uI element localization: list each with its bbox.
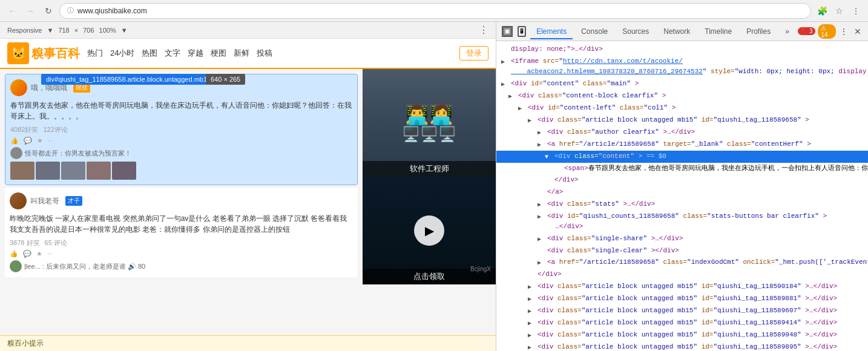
expand-arrow-607: ▶ [528, 307, 535, 317]
back-button[interactable]: ← [5, 4, 19, 18]
html-line-art-184[interactable]: ▶ <div class="article block untagged mb1… [496, 281, 868, 293]
tab-profiles[interactable]: Profiles [740, 25, 777, 39]
viewport-height: 706 [83, 27, 94, 34]
action-like-2[interactable]: 👍 [10, 250, 18, 258]
html-line-art-895[interactable]: ▶ <div class="article block untagged mb1… [496, 341, 868, 351]
tab-console[interactable]: Console [575, 25, 614, 39]
nav-text[interactable]: 文字 [165, 48, 180, 59]
viewport-width: 718 [58, 27, 69, 34]
html-line-art-881[interactable]: ▶ <div class="article block untagged mb1… [496, 293, 868, 305]
address-bar[interactable]: ⓘ www.qiushibaike.com [59, 3, 811, 19]
extensions-button[interactable]: 🧩 [815, 4, 829, 18]
tab-sources[interactable]: Sources [616, 25, 655, 39]
expand-arrow-iframe: ▶ [501, 57, 508, 67]
article-item-1: 哦，哦哦哦 屌丝 春节跟男友去他家，他在他哥哥房间玩电脑，我坐在床边玩手机，有人… [5, 74, 358, 185]
expand-arrow-414: ▶ [528, 319, 535, 329]
html-line-art-607[interactable]: ▶ <div class="article block untagged mb1… [496, 305, 868, 317]
avatar-1 [10, 79, 27, 96]
website-panel: Responsive ▼ 718 × 706 100% ▼ ⋮ 🐱 糗事百科 热… [0, 22, 496, 351]
tab-elements[interactable]: Elements [530, 25, 573, 39]
content-grid: 哦，哦哦哦 屌丝 春节跟男友去他家，他在他哥哥房间玩电脑，我坐在床边玩手机，有人… [0, 69, 496, 351]
nav-24h[interactable]: 24小时 [110, 48, 134, 59]
html-line-art-414[interactable]: ▶ <div class="article block untagged mb1… [496, 317, 868, 329]
expand-arrow-cb: ▶ [508, 92, 516, 102]
bottom-hint-text: 糗百小提示 [7, 339, 44, 347]
devtools-panel: 📱 Elements Console Sources Network Timel… [496, 22, 868, 351]
html-line-stats[interactable]: ▶ <div class="stats" >…</div> [496, 198, 868, 211]
side-image-1: 👨‍💻👩‍💻 🖥️🖥️🖥️ 软件工程师 [363, 69, 496, 177]
username-2: 叫我老哥 [30, 196, 59, 206]
comments-2: 65 评论 [45, 238, 67, 248]
comment-avatar-1 [10, 147, 22, 159]
action-share-1[interactable]: ★ [37, 137, 43, 145]
inspect-element-button[interactable] [501, 25, 513, 38]
html-line-article-main[interactable]: ▶ <div class="article block untagged mb1… [496, 114, 868, 126]
mini-images-1 [10, 162, 352, 180]
devtools-close-button[interactable]: ✕ [852, 25, 863, 38]
bookmark-button[interactable]: ☆ [832, 4, 846, 18]
action-comment-2[interactable]: 💬 [23, 250, 31, 258]
html-line-close-article: </div> [496, 269, 868, 281]
nav-trending[interactable]: 热图 [142, 48, 157, 59]
menu-button[interactable]: ⋮ [849, 4, 863, 18]
html-line-content-div[interactable]: ▶ <div id="content" class="main" > [496, 78, 868, 90]
html-line-god-cmt[interactable]: ▶ <a href="/article/118589658" class="in… [496, 257, 868, 269]
devtools-html-tree[interactable]: display: none;">…</div> ▶ <iframe src="h… [496, 41, 868, 351]
action-like-1[interactable]: 👍 [10, 137, 19, 145]
html-line-single-clear: <div class="single-clear" ></div> [496, 245, 868, 257]
html-line-iframe[interactable]: ▶ <iframe src="http://cdn.tanx.com/t/aco… [496, 56, 868, 78]
logo-icon: 🐱 [7, 42, 29, 64]
reload-button[interactable]: ↻ [41, 4, 56, 18]
side-panel: 👨‍💻👩‍💻 🖥️🖥️🖥️ 软件工程师 ▶ 点击领取 BcjingX [363, 69, 496, 351]
nav-fresh[interactable]: 新鲜 [234, 48, 249, 59]
html-line-content-block[interactable]: ▶ <div class="content-block clearfix" > [496, 90, 868, 102]
x-separator: × [74, 27, 78, 34]
html-line-art-948[interactable]: ▶ <div class="article block untagged mb1… [496, 329, 868, 341]
forward-button[interactable]: → [23, 4, 38, 18]
tab-more[interactable]: » [779, 25, 795, 39]
main-area: Responsive ▼ 718 × 706 100% ▼ ⋮ 🐱 糗事百科 热… [0, 22, 868, 351]
bottom-hint-bar: 糗百小提示 [0, 335, 496, 351]
tab-network[interactable]: Network [657, 25, 696, 39]
devtools-settings-button[interactable]: ⋮ [838, 25, 850, 38]
site-header-right: 登录 [459, 46, 488, 61]
expand-arrow-am: ▶ [528, 116, 535, 126]
nav-travel[interactable]: 穿越 [188, 48, 203, 59]
responsive-more-button[interactable]: ⋮ [479, 24, 488, 36]
mobile-view-button[interactable]: 📱 [516, 25, 528, 38]
login-button[interactable]: 登录 [459, 46, 488, 61]
comment-avatar-2 [10, 260, 22, 272]
nav-hot[interactable]: 热门 [87, 48, 103, 59]
action-more-2[interactable]: ··· [47, 250, 53, 258]
nav-submit[interactable]: 投稿 [257, 48, 272, 59]
expand-arrow-881: ▶ [528, 295, 535, 304]
nav-meme[interactable]: 梗图 [211, 48, 226, 59]
zoom-level: 100% [99, 27, 116, 34]
action-comment-1[interactable]: 💬 [24, 137, 32, 145]
browser-toolbar-right: 🧩 ☆ ⋮ [815, 4, 863, 18]
html-line-href[interactable]: ▶ <a href="/article/118589658" target="_… [496, 139, 868, 151]
html-line-single-share[interactable]: ▶ <div class="single-share" >…</div> [496, 233, 868, 245]
html-line-stats-buttons[interactable]: ▶ <div id="qiushi_counts_118589658" clas… [496, 211, 868, 233]
expand-arrow-184: ▶ [528, 283, 535, 292]
responsive-label: Responsive [7, 27, 42, 34]
website-content: 🐱 糗事百科 热门 24小时 热图 文字 穿越 梗图 新鲜 投稿 登录 [0, 39, 496, 351]
html-line-content-left[interactable]: ▶ <div id="content-left" class="col1" > [496, 102, 868, 114]
tab-timeline[interactable]: Timeline [699, 25, 738, 39]
element-tooltip: div#qiushi_tag_118589658.article.block.u… [41, 74, 215, 85]
error-badge: 🚫 3 [798, 27, 816, 35]
devtools-header-right: 🚫 3 ⚠ 14 ⋮ ✕ [798, 24, 863, 39]
action-more-1[interactable]: ··· [48, 137, 53, 145]
side-image-2[interactable]: ▶ 点击领取 BcjingX [363, 177, 496, 284]
article-text-1: 春节跟男友去他家，他在他哥哥房间玩电脑，我坐在床边玩手机，有人语音问他：你媳妇呢… [10, 100, 352, 122]
action-star-2[interactable]: ★ [36, 250, 42, 258]
site-header: 🐱 糗事百科 热门 24小时 热图 文字 穿越 梗图 新鲜 投稿 登录 [0, 39, 496, 69]
html-line-1: display: none;">…</div> [496, 44, 868, 56]
html-line-span-text: <span>春节跟男友去他家，他在他哥哥房间玩电脑，我坐在床边玩手机，一会扣扣上… [496, 163, 868, 175]
devtools-header: 📱 Elements Console Sources Network Timel… [496, 22, 868, 41]
html-line-author[interactable]: ▶ <div class="author clearfix" >…</div> [496, 126, 868, 139]
html-line-content-selected[interactable]: ▼ <div class="content" > == $0 [496, 151, 868, 163]
lock-icon: ⓘ [67, 6, 74, 15]
expand-arrow-href: ▶ [538, 140, 545, 150]
avatar-2 [10, 192, 27, 209]
